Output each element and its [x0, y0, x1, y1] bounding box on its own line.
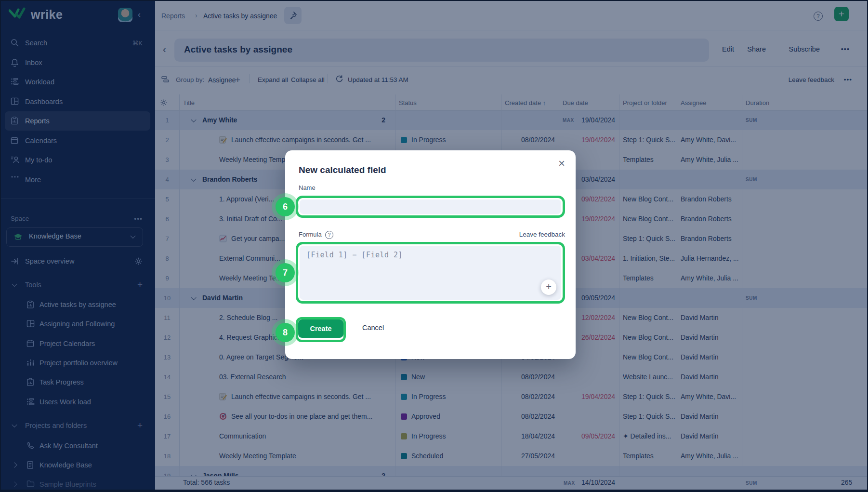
name-label: Name: [299, 184, 316, 191]
annotation-badge-7: 7: [276, 263, 295, 282]
formula-placeholder: [Field 1] − [Field 2]: [306, 251, 403, 259]
cancel-button[interactable]: Cancel: [362, 324, 384, 332]
create-button[interactable]: Create: [298, 319, 343, 338]
formula-add-field-button[interactable]: +: [541, 279, 556, 295]
create-button-highlight: Create: [296, 317, 346, 342]
name-field-highlight: [296, 196, 565, 218]
modal-leave-feedback-link[interactable]: Leave feedback: [519, 231, 565, 238]
formula-input[interactable]: [Field 1] − [Field 2] +: [300, 246, 561, 300]
formula-field-highlight: [Field 1] − [Field 2] +: [296, 242, 565, 304]
annotation-badge-6: 6: [276, 197, 295, 216]
window-edge: [0, 490, 868, 492]
dialog-title: New calculated field: [299, 165, 386, 175]
new-calculated-field-dialog: × New calculated field Name Formula ? Le…: [285, 150, 576, 359]
formula-help-icon[interactable]: ?: [325, 231, 333, 239]
close-icon[interactable]: ×: [558, 158, 565, 169]
formula-label: Formula ?: [299, 231, 333, 239]
annotation-badge-8: 8: [276, 323, 295, 342]
name-input[interactable]: [300, 199, 561, 214]
wrike-app: wrike ‹ Search ⌘K Inbox Workload Dashboa…: [0, 0, 868, 492]
